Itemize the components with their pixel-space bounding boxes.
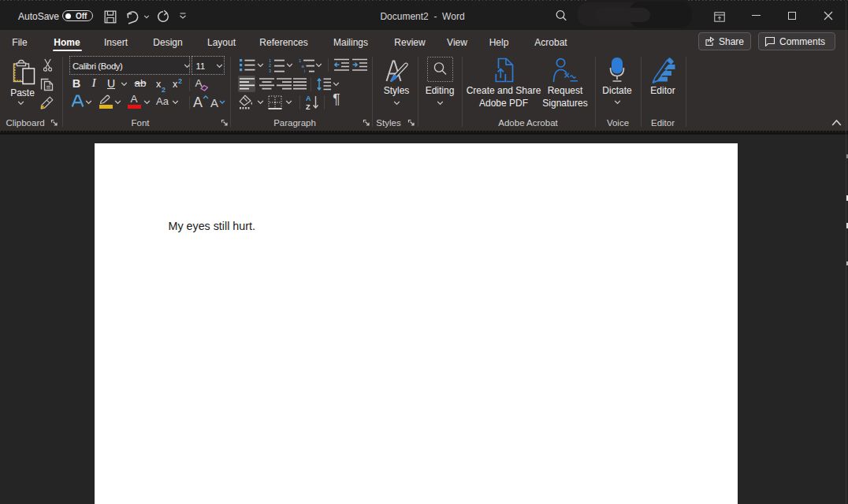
- svg-text:i: i: [304, 69, 305, 72]
- svg-text:Z: Z: [306, 103, 311, 111]
- svg-text:A: A: [306, 94, 311, 102]
- svg-text:3: 3: [269, 69, 271, 72]
- svg-text:1: 1: [299, 58, 302, 63]
- svg-text:2: 2: [269, 63, 271, 68]
- svg-text:1: 1: [269, 58, 271, 63]
- svg-text:a: a: [302, 64, 305, 69]
